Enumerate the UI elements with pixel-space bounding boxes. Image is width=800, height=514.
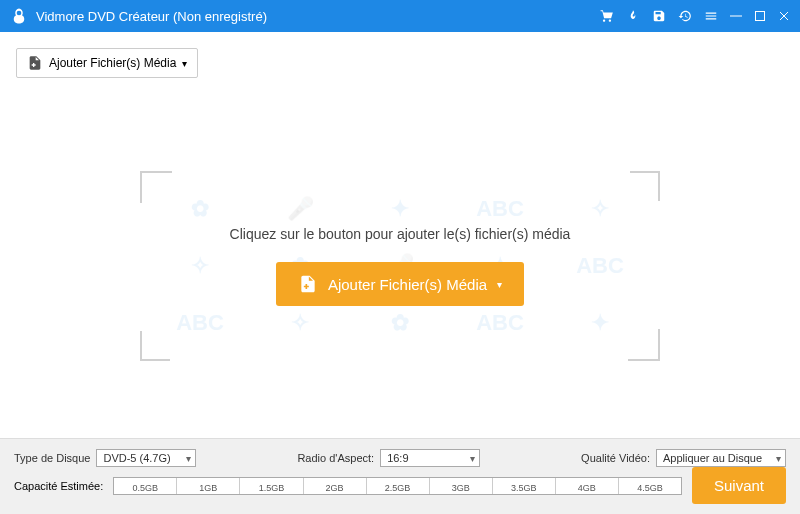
svg-rect-0 [730, 16, 742, 17]
quality-label: Qualité Vidéo: [581, 452, 650, 464]
tick-label: 4.5GB [637, 483, 663, 493]
corner-decoration [630, 171, 660, 201]
next-label: Suivant [714, 477, 764, 494]
burn-icon[interactable] [626, 9, 640, 23]
aspect-select[interactable]: 16:9 [380, 449, 480, 467]
capacity-label: Capacité Estimée: [14, 480, 103, 492]
dropzone-hint: Cliquez sur le bouton pour ajouter le(s)… [230, 226, 571, 242]
aspect-label: Radio d'Aspect: [297, 452, 374, 464]
main-area: Ajouter Fichier(s) Média ▾ ✿🎤✦ABC✧ ✧✿🎤✦A… [0, 32, 800, 438]
quality-select[interactable]: Appliquer au Disque [656, 449, 786, 467]
aspect-group: Radio d'Aspect: 16:9 [297, 449, 480, 467]
add-media-main-label: Ajouter Fichier(s) Média [328, 276, 487, 293]
window-title: Vidmore DVD Créateur (Non enregistré) [36, 9, 600, 24]
toolbar: Ajouter Fichier(s) Média ▾ [0, 32, 800, 94]
close-icon[interactable] [778, 10, 790, 22]
history-icon[interactable] [678, 9, 692, 23]
titlebar-icons [600, 9, 790, 23]
tick-label: 0.5GB [133, 483, 159, 493]
titlebar: Vidmore DVD Créateur (Non enregistré) [0, 0, 800, 32]
quality-value: Appliquer au Disque [663, 452, 762, 464]
tick-label: 3GB [452, 483, 470, 493]
save-icon[interactable] [652, 9, 666, 23]
footer: Type de Disque DVD-5 (4.7G) Radio d'Aspe… [0, 438, 800, 514]
disc-type-group: Type de Disque DVD-5 (4.7G) [14, 449, 196, 467]
corner-decoration [140, 331, 170, 361]
tick-label: 2GB [326, 483, 344, 493]
tick-label: 3.5GB [511, 483, 537, 493]
tick-label: 2.5GB [385, 483, 411, 493]
aspect-value: 16:9 [387, 452, 408, 464]
menu-icon[interactable] [704, 9, 718, 23]
next-button[interactable]: Suivant [692, 467, 786, 504]
dropzone[interactable]: ✿🎤✦ABC✧ ✧✿🎤✦ABC ABC✧✿ABC✦ Cliquez sur le… [140, 171, 660, 361]
disc-type-label: Type de Disque [14, 452, 90, 464]
tick-label: 4GB [578, 483, 596, 493]
tick-label: 1.5GB [259, 483, 285, 493]
add-file-icon [298, 274, 318, 294]
add-file-icon [27, 55, 43, 71]
add-media-button-top[interactable]: Ajouter Fichier(s) Média ▾ [16, 48, 198, 78]
chevron-down-icon: ▾ [182, 58, 187, 69]
maximize-icon[interactable] [754, 10, 766, 22]
svg-rect-1 [756, 12, 765, 21]
capacity-bar: 0.5GB 1GB 1.5GB 2GB 2.5GB 3GB 3.5GB 4GB … [113, 477, 682, 495]
disc-type-select[interactable]: DVD-5 (4.7G) [96, 449, 196, 467]
cart-icon[interactable] [600, 9, 614, 23]
add-media-label: Ajouter Fichier(s) Média [49, 56, 176, 70]
add-media-button-main[interactable]: Ajouter Fichier(s) Média ▾ [276, 262, 524, 306]
app-logo-icon [10, 7, 28, 25]
disc-type-value: DVD-5 (4.7G) [103, 452, 170, 464]
footer-bottom-row: Capacité Estimée: 0.5GB 1GB 1.5GB 2GB 2.… [14, 467, 786, 504]
minimize-icon[interactable] [730, 10, 742, 22]
footer-settings-row: Type de Disque DVD-5 (4.7G) Radio d'Aspe… [14, 449, 786, 467]
quality-group: Qualité Vidéo: Appliquer au Disque [581, 449, 786, 467]
chevron-down-icon: ▾ [497, 279, 502, 290]
tick-label: 1GB [199, 483, 217, 493]
dropzone-container: ✿🎤✦ABC✧ ✧✿🎤✦ABC ABC✧✿ABC✦ Cliquez sur le… [0, 94, 800, 438]
